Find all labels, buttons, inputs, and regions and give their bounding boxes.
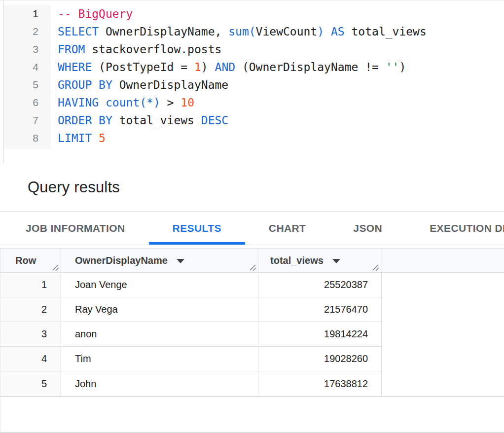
table-header-row: Row OwnerDisplayName total_views (0, 248, 504, 273)
line-number: 6 (4, 94, 38, 111)
code-line[interactable]: WHERE (PostTypeId = 1) AND (OwnerDisplay… (58, 58, 427, 76)
column-resize-handle-icon[interactable] (372, 264, 379, 271)
cell-total-views: 21576470 (258, 297, 381, 322)
cell-ownerdisplayname: John (61, 371, 258, 396)
tab-results[interactable]: RESULTS (149, 212, 245, 245)
cell-row-number: 5 (0, 371, 61, 396)
cell-row-number: 2 (0, 297, 61, 322)
cell-ownerdisplayname: Ray Vega (61, 297, 258, 322)
table-row[interactable]: 1Joan Venge25520387 (0, 273, 381, 297)
tab-execution-details[interactable]: EXECUTION DETAILS (406, 212, 504, 245)
code-line[interactable]: ORDER BY total_views DESC (58, 111, 427, 129)
column-header-row: Row (0, 249, 61, 272)
code-line[interactable]: -- BigQuery (58, 5, 427, 23)
line-number-gutter: 12345678 (4, 5, 51, 149)
column-header-ownerdisplayname: OwnerDisplayName (61, 249, 258, 272)
column-header-filler (381, 249, 504, 272)
line-number: 4 (4, 58, 38, 76)
code-line[interactable]: SELECT OwnerDisplayName, sum(ViewCount) … (58, 23, 427, 40)
cell-ownerdisplayname: Tim (61, 347, 258, 371)
cell-total-views: 25520387 (258, 273, 381, 297)
column-header-total-views: total_views (258, 249, 381, 272)
line-number: 1 (4, 5, 38, 23)
table-row[interactable]: 4Tim19028260 (0, 347, 381, 371)
sql-editor-inner: 12345678 -- BigQuerySELECT OwnerDisplayN… (3, 0, 504, 163)
sql-editor[interactable]: 12345678 -- BigQuerySELECT OwnerDisplayN… (0, 0, 504, 163)
cell-ownerdisplayname: Joan Venge (61, 273, 258, 297)
cell-ownerdisplayname: anon (61, 322, 258, 347)
line-number: 7 (4, 111, 38, 129)
code-line[interactable]: HAVING count(*) > 10 (58, 94, 427, 111)
line-number: 2 (4, 23, 38, 40)
column-dropdown-arrow-icon[interactable] (332, 259, 340, 263)
code-line[interactable]: LIMIT 5 (58, 129, 427, 147)
tab-json[interactable]: JSON (329, 212, 406, 245)
code-line[interactable]: GROUP BY OwnerDisplayName (58, 76, 427, 94)
table-body-filler (381, 273, 504, 396)
results-footer-spacer (0, 397, 504, 432)
query-results-section: Query results (0, 163, 504, 212)
column-dropdown-arrow-icon[interactable] (177, 259, 184, 263)
column-header-ownerdisplayname-label: OwnerDisplayName (75, 255, 168, 266)
column-resize-handle-icon[interactable] (249, 264, 256, 271)
cell-row-number: 4 (0, 347, 61, 371)
table-rows: 1Joan Venge255203872Ray Vega215764703ano… (0, 273, 381, 396)
cell-total-views: 19028260 (258, 347, 381, 371)
cell-row-number: 1 (0, 273, 61, 297)
line-number: 5 (4, 76, 38, 94)
tab-chart[interactable]: CHART (245, 212, 330, 245)
cell-total-views: 17638812 (258, 371, 381, 396)
results-tabbar: JOB INFORMATIONRESULTSCHARTJSONEXECUTION… (0, 212, 504, 245)
column-header-row-label: Row (15, 255, 36, 266)
table-row[interactable]: 3anon19814224 (0, 322, 381, 347)
column-resize-handle-icon[interactable] (52, 264, 59, 271)
tab-job-information[interactable]: JOB INFORMATION (2, 212, 149, 245)
results-table: Row OwnerDisplayName total_views 1Joan V… (0, 248, 504, 397)
table-row[interactable]: 5John17638812 (0, 371, 381, 396)
code-line[interactable]: FROM stackoverflow.posts (58, 40, 427, 58)
table-row[interactable]: 2Ray Vega21576470 (0, 297, 381, 322)
cell-row-number: 3 (0, 322, 61, 347)
code-lines[interactable]: -- BigQuerySELECT OwnerDisplayName, sum(… (51, 5, 427, 147)
table-body: 1Joan Venge255203872Ray Vega215764703ano… (0, 273, 504, 397)
cell-total-views: 19814224 (258, 322, 381, 347)
line-number: 3 (4, 40, 38, 58)
column-header-total-views-label: total_views (270, 255, 324, 266)
query-results-title: Query results (28, 179, 120, 196)
line-number: 8 (4, 129, 38, 147)
